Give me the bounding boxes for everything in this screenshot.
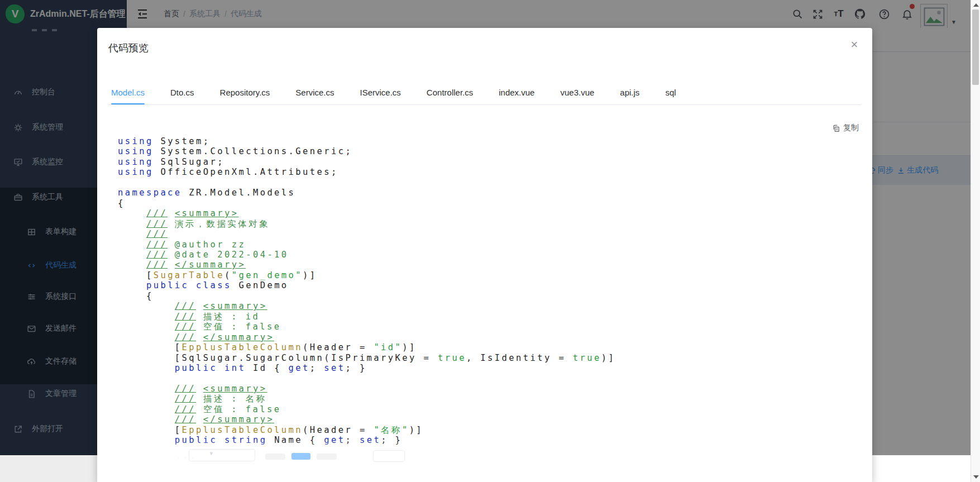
- tab-sql[interactable]: sql: [665, 82, 676, 104]
- copy-button[interactable]: 复制: [832, 123, 859, 133]
- chevron-down-icon: ▼: [209, 451, 214, 456]
- tab-api-js[interactable]: api.js: [620, 82, 639, 104]
- copy-icon: [832, 124, 840, 132]
- pagination-remnant: ▼: [97, 448, 872, 466]
- tab-model-cs[interactable]: Model.cs: [111, 82, 145, 104]
- code-line: [SqlSugar.SugarColumn(IsPrimaryKey = tru…: [118, 353, 855, 363]
- tab-repository-cs[interactable]: Repository.cs: [220, 82, 270, 104]
- code-line: public int Id { get; set; }: [118, 363, 855, 373]
- code-line: /// 描述 : id: [118, 312, 855, 322]
- code-line: /// @date 2022-04-10: [118, 250, 855, 260]
- next-page-button[interactable]: [317, 454, 337, 460]
- tab-bar: Model.csDto.csRepository.csService.csISe…: [108, 82, 861, 105]
- code-line: /// <summary>: [118, 384, 855, 394]
- bottom-strip-right: [872, 455, 971, 482]
- code-line: namespace ZR.Model.Models: [118, 188, 855, 198]
- scroll-down-arrow[interactable]: [973, 475, 979, 479]
- code-line: /// @author zz: [118, 240, 855, 250]
- code-line: /// <summary>: [118, 301, 855, 311]
- code-preview-dialog: 代码预览 × Model.csDto.csRepository.csServic…: [97, 28, 872, 482]
- current-page-button[interactable]: [291, 453, 310, 460]
- tab-service-cs[interactable]: Service.cs: [295, 82, 334, 104]
- code-line: /// 演示，数据实体对象: [118, 219, 855, 229]
- code-line: /// 描述 : 名称: [118, 394, 855, 404]
- page-jump-input[interactable]: [373, 450, 405, 462]
- copy-label: 复制: [843, 123, 859, 133]
- code-line: /// <summary>: [118, 208, 855, 218]
- bottom-strip-left: [0, 455, 97, 482]
- tab-vue3-vue[interactable]: vue3.vue: [560, 82, 594, 104]
- close-icon[interactable]: ×: [847, 37, 862, 53]
- scrollbar[interactable]: [971, 0, 980, 482]
- code-line: using System;: [118, 136, 855, 146]
- code-line: /// 空值 : false: [118, 322, 855, 332]
- code-line: using OfficeOpenXml.Attributes;: [118, 167, 855, 177]
- code-line: {: [118, 198, 855, 208]
- code-line: public class GenDemo: [118, 280, 855, 290]
- code-viewer[interactable]: using System;using System.Collections.Ge…: [118, 136, 855, 482]
- code-line: /// </summary>: [118, 260, 855, 270]
- code-line: [118, 178, 855, 188]
- code-line: [SugarTable("gen_demo")]: [118, 270, 855, 280]
- code-line: [EpplusTableColumn(Header = "id")]: [118, 342, 855, 352]
- dialog-title: 代码预览: [108, 41, 149, 55]
- scrollbar-thumb[interactable]: [972, 9, 979, 85]
- code-line: /// </summary>: [118, 414, 855, 424]
- code-line: using System.Collections.Generic;: [118, 146, 855, 156]
- prev-page-button[interactable]: [265, 454, 285, 460]
- tab-controller-cs[interactable]: Controller.cs: [427, 82, 473, 104]
- code-line: {: [118, 291, 855, 301]
- code-line: /// </summary>: [118, 332, 855, 342]
- tab-iservice-cs[interactable]: IService.cs: [360, 82, 401, 104]
- code-line: [EpplusTableColumn(Header = "名称")]: [118, 425, 855, 435]
- code-line: /// 空值 : false: [118, 404, 855, 414]
- page-size-select[interactable]: ▼: [189, 449, 255, 461]
- code-line: ///: [118, 229, 855, 239]
- code-line: using SqlSugar;: [118, 157, 855, 167]
- scroll-up-arrow[interactable]: [973, 3, 979, 7]
- tab-dto-cs[interactable]: Dto.cs: [170, 82, 194, 104]
- code-line: [118, 373, 855, 383]
- tab-index-vue[interactable]: index.vue: [499, 82, 534, 104]
